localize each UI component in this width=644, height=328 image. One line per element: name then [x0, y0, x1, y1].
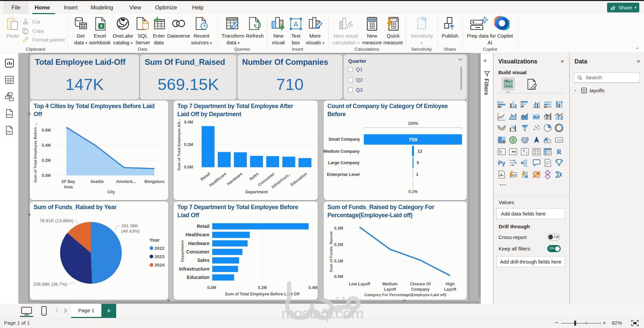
svg-text:Healthcare: Healthcare: [208, 171, 227, 188]
svg-text:R: R: [557, 148, 562, 155]
svg-text:13: 13: [417, 149, 422, 154]
svg-text:Sales: Sales: [197, 257, 210, 263]
svg-text:City: City: [107, 190, 115, 194]
svg-text:Infrastructure: Infrastructure: [179, 266, 210, 272]
svg-text:Hardware: Hardware: [226, 171, 243, 186]
svg-text:High: High: [446, 282, 455, 286]
svg-text:(49.43%): (49.43%): [121, 229, 140, 234]
svg-text:Sum of Total Employee Aft...: Sum of Total Employee Aft...: [177, 119, 181, 171]
svg-text:0.2M: 0.2M: [258, 285, 267, 290]
svg-text:2022: 2022: [154, 246, 165, 251]
svg-text:0.0M: 0.0M: [42, 173, 51, 178]
svg-text:Company: Company: [411, 287, 429, 292]
svg-text:2024: 2024: [154, 263, 165, 268]
svg-text:Sales: Sales: [248, 171, 260, 182]
svg-text:Sum of Total Employee Before L: Sum of Total Employee Before Laid Off: [225, 292, 300, 296]
svg-text:0.6M: 0.6M: [42, 128, 51, 133]
svg-text:Layoff: Layoff: [444, 287, 457, 292]
svg-text:123: 123: [557, 139, 561, 142]
svg-text:0.1%: 0.1%: [408, 189, 418, 194]
svg-text:2023: 2023: [154, 254, 165, 259]
svg-text:759: 759: [409, 137, 417, 142]
svg-text:0.1M: 0.1M: [334, 259, 343, 264]
svg-text:Education: Education: [187, 275, 210, 280]
svg-text:78.91K (13.86%): 78.91K (13.86%): [40, 218, 74, 223]
svg-text:Year: Year: [149, 237, 160, 243]
svg-text:DAX: DAX: [7, 113, 12, 116]
svg-text:Healthcare: Healthcare: [185, 232, 210, 237]
svg-text:Closure Of: Closure Of: [410, 282, 431, 286]
svg-text:0.2M: 0.2M: [334, 242, 343, 247]
svg-text:Low Layoff: Low Layoff: [349, 282, 370, 286]
svg-text:1: 1: [416, 172, 418, 177]
svg-text:Department: Department: [245, 190, 268, 194]
svg-text:Py: Py: [498, 160, 505, 167]
svg-text:0.4M: 0.4M: [309, 285, 318, 290]
svg-text:0.4M: 0.4M: [184, 120, 193, 125]
svg-text:0.0M: 0.0M: [184, 165, 193, 170]
svg-text:Seattle: Seattle: [90, 179, 104, 184]
svg-text:0.0M: 0.0M: [334, 274, 343, 279]
svg-text:TMDL: TMDL: [6, 130, 12, 133]
svg-text:Sum of Total Employee Before .: Sum of Total Employee Before ...: [33, 123, 37, 183]
svg-text:0.4M: 0.4M: [42, 143, 51, 148]
svg-text:Amsterd...: Amsterd...: [116, 179, 136, 184]
svg-text:Bengaluru: Bengaluru: [144, 179, 164, 184]
svg-text:0.2M: 0.2M: [42, 158, 51, 163]
svg-text:fx: fx: [349, 22, 353, 28]
svg-text:Education: Education: [290, 171, 308, 187]
svg-text:Area: Area: [64, 185, 73, 189]
svg-text:281.36K: 281.36K: [121, 223, 138, 228]
svg-text:Sum of Funds_Raised: Sum of Funds_Raised: [329, 232, 333, 272]
svg-text:0.3M: 0.3M: [334, 226, 343, 231]
svg-text:SF Bay: SF Bay: [61, 179, 75, 184]
svg-text:Retail: Retail: [199, 171, 211, 182]
svg-text:Large Company: Large Company: [328, 160, 360, 165]
svg-text:Layoff: Layoff: [384, 287, 396, 292]
svg-text:100%: 100%: [408, 121, 418, 126]
svg-text:Medium: Medium: [382, 282, 398, 286]
svg-text:0.0M: 0.0M: [207, 285, 216, 290]
svg-text:Enterprise Level: Enterprise Level: [327, 172, 360, 177]
svg-text:208.88K (36.7%): 208.88K (36.7%): [33, 282, 67, 287]
svg-text:Department: Department: [180, 240, 184, 262]
svg-text:0.2M: 0.2M: [184, 142, 193, 147]
svg-text:Category For Percentage(Employ: Category For Percentage(Employee-Laid of…: [364, 293, 446, 297]
svg-text:5: 5: [417, 160, 419, 165]
svg-text:X: X: [100, 24, 103, 29]
svg-text:A: A: [293, 20, 298, 29]
svg-text:Medium Company: Medium Company: [324, 149, 360, 154]
svg-text:Small Company: Small Company: [328, 137, 360, 142]
svg-text:Consumer: Consumer: [186, 249, 210, 254]
svg-text:Hardware: Hardware: [188, 241, 210, 246]
svg-text:Retail: Retail: [197, 224, 210, 229]
